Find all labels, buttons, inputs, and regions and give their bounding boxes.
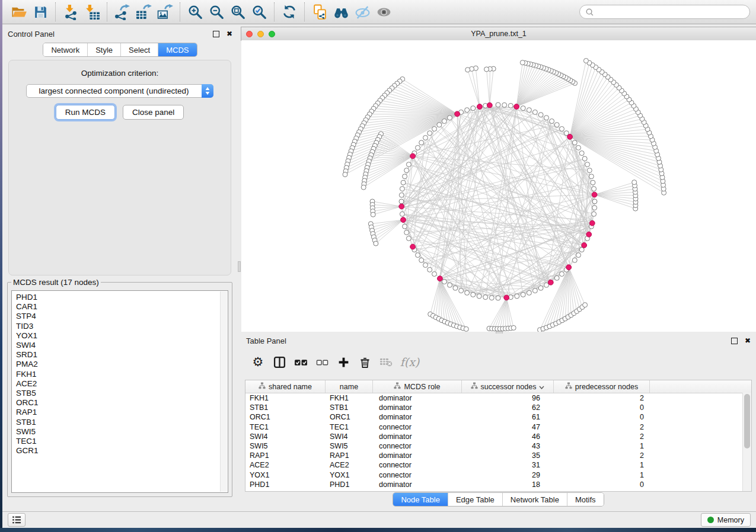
clone-network-button[interactable] [309,2,330,22]
cell-shared-name[interactable]: PHD1 [245,480,326,489]
toggle-columns-button[interactable] [272,353,287,371]
list-item[interactable]: GCR1 [16,446,228,456]
cell-successor-nodes[interactable]: 35 [462,451,554,460]
global-search[interactable] [579,5,750,19]
network-graph[interactable] [241,40,756,332]
list-item[interactable]: PHD1 [16,293,228,302]
run-mcds-button[interactable]: Run MCDS [56,105,115,120]
cell-successor-nodes[interactable]: 31 [462,460,554,470]
export-image-button[interactable] [154,2,176,22]
float-panel-icon[interactable] [731,338,738,344]
cell-predecessor-nodes[interactable]: 0 [554,403,650,412]
cell-shared-name[interactable]: ACE2 [245,460,326,470]
cell-name[interactable]: YOX1 [326,470,373,480]
zoom-in-button[interactable] [184,2,206,22]
cell-successor-nodes[interactable]: 43 [462,441,554,451]
cell-shared-name[interactable]: RAP1 [245,451,326,460]
cell-name[interactable]: RAP1 [326,451,373,460]
list-item[interactable]: YOX1 [16,331,228,341]
table-row[interactable]: ORC1ORC1dominator610 [245,412,751,422]
close-panel-icon[interactable]: ✖ [227,30,232,38]
cell-MCDS-role[interactable]: connector [373,460,462,470]
table-scrollbar[interactable] [742,393,751,491]
cell-name[interactable]: SWI4 [326,432,373,441]
cell-successor-nodes[interactable]: 46 [462,432,554,441]
cell-successor-nodes[interactable]: 29 [462,470,554,480]
delete-table-button[interactable] [378,353,394,371]
criterion-dropdown[interactable]: largest connected component (undirected) [26,84,213,98]
tab-mcds[interactable]: MCDS [158,43,196,56]
cell-predecessor-nodes[interactable]: 2 [554,393,650,403]
save-session-button[interactable] [30,2,51,22]
cell-shared-name[interactable]: TEC1 [245,422,326,432]
mcds-result-list[interactable]: PHD1CAR1STP4TID3YOX1SWI4SRD1PMA2FKH1ACE2… [11,290,228,493]
deselect-all-button[interactable] [314,353,330,371]
function-builder-button[interactable]: f(x) [400,353,420,371]
table-row[interactable]: TEC1TEC1connector472 [245,422,751,432]
cell-MCDS-role[interactable]: connector [373,422,462,432]
zoom-out-button[interactable] [206,2,227,22]
list-scrollbar[interactable] [220,291,227,492]
cell-MCDS-role[interactable]: dominator [373,412,462,422]
table-row[interactable]: PHD1PHD1dominator180 [245,480,751,489]
cell-MCDS-role[interactable]: dominator [373,480,462,489]
table-row[interactable]: SWI4SWI4dominator462 [245,432,751,441]
cell-shared-name[interactable]: YOX1 [245,470,326,480]
add-column-button[interactable] [336,353,351,371]
cell-successor-nodes[interactable]: 62 [462,403,554,412]
select-all-button[interactable] [293,353,308,371]
list-item[interactable]: SWI5 [16,427,228,437]
cell-predecessor-nodes[interactable]: 1 [554,470,650,480]
cell-predecessor-nodes[interactable]: 1 [554,441,650,451]
list-item[interactable]: STB5 [16,389,228,398]
list-item[interactable]: FKH1 [16,370,228,379]
list-item[interactable]: ACE2 [16,379,228,389]
table-row[interactable]: YOX1YOX1connector291 [245,470,751,480]
table-row[interactable]: FKH1FKH1dominator962 [245,393,751,403]
cell-name[interactable]: FKH1 [326,393,373,403]
table-row[interactable]: RAP1RAP1dominator352 [245,451,751,460]
cell-predecessor-nodes[interactable]: 0 [554,480,650,489]
tab-network-table[interactable]: Network Table [503,493,567,506]
column-header-successor-nodes[interactable]: successor nodes [462,380,554,393]
cell-predecessor-nodes[interactable]: 2 [554,422,650,432]
cell-successor-nodes[interactable]: 47 [462,422,554,432]
show-all-button[interactable] [373,2,394,22]
search-input[interactable] [598,7,744,17]
import-network-button[interactable] [60,2,81,22]
delete-columns-button[interactable] [357,353,372,371]
search-objects-button[interactable] [330,2,352,22]
zoom-fit-button[interactable] [227,2,248,22]
cell-MCDS-role[interactable]: dominator [373,403,462,412]
cell-name[interactable]: ACE2 [326,460,373,470]
cell-MCDS-role[interactable]: connector [373,470,462,480]
refresh-view-button[interactable] [279,2,300,22]
column-header-name[interactable]: name [326,380,373,393]
hide-selected-button[interactable] [352,2,373,22]
tab-network[interactable]: Network [43,43,88,56]
column-header-predecessor-nodes[interactable]: predecessor nodes [554,380,650,393]
cell-MCDS-role[interactable]: connector [373,441,462,451]
cell-successor-nodes[interactable]: 61 [462,412,554,422]
column-header-shared-name[interactable]: shared name [245,380,326,393]
table-row[interactable]: SWI5SWI5connector431 [245,441,751,451]
memory-button[interactable]: Memory [701,513,751,527]
cell-shared-name[interactable]: STB1 [245,403,326,412]
network-canvas[interactable] [241,40,756,332]
network-window-titlebar[interactable]: YPA_prune.txt_1 [241,27,756,41]
cell-shared-name[interactable]: FKH1 [245,393,326,403]
list-item[interactable]: RAP1 [16,408,228,417]
list-item[interactable]: STP4 [16,312,228,321]
cell-predecessor-nodes[interactable]: 2 [554,451,650,460]
cell-shared-name[interactable]: ORC1 [245,412,326,422]
list-item[interactable]: STB1 [16,418,228,427]
open-file-button[interactable] [8,2,30,22]
export-network-button[interactable] [111,2,133,22]
tab-style[interactable]: Style [88,43,121,56]
cell-predecessor-nodes[interactable]: 1 [554,460,650,470]
export-table-button[interactable] [133,2,154,22]
zoom-selected-button[interactable] [248,2,270,22]
task-history-button[interactable] [8,513,25,527]
cell-predecessor-nodes[interactable]: 2 [554,432,650,441]
import-table-button[interactable] [81,2,103,22]
